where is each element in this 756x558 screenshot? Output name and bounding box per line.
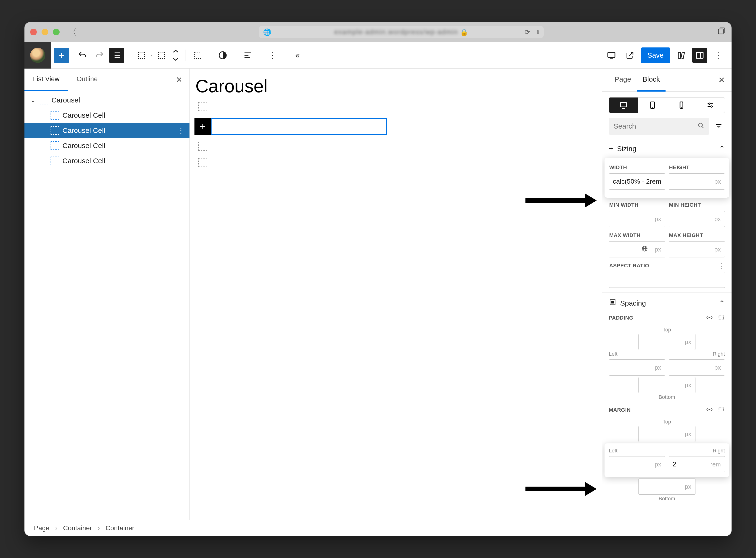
collapse-toolbar-button[interactable]: «	[290, 48, 305, 63]
padding-right-input[interactable]: px	[668, 359, 725, 376]
more-menu-button[interactable]: ⋮	[711, 48, 726, 63]
tabs-overview-button[interactable]	[717, 27, 726, 37]
height-input[interactable]: px	[668, 173, 725, 189]
block-icon[interactable]	[154, 48, 169, 63]
breadcrumb-item[interactable]: Page	[34, 524, 49, 532]
margin-label: Margin	[609, 407, 631, 413]
aspect-ratio-input[interactable]	[609, 272, 725, 288]
top-label: Top	[663, 418, 671, 426]
tab-page[interactable]: Page	[609, 69, 637, 91]
search-placeholder: Search	[613, 122, 636, 130]
breadcrumb-item[interactable]: Container	[63, 524, 92, 532]
insert-block-button[interactable]: +	[194, 118, 211, 135]
contrast-icon[interactable]	[215, 48, 230, 63]
save-button[interactable]: Save	[641, 47, 670, 63]
filter-button[interactable]	[712, 120, 725, 132]
close-inspector-button[interactable]: ✕	[718, 69, 725, 91]
section-sizing-header[interactable]: + Sizing ⌃	[609, 141, 725, 157]
margin-right-input[interactable]: 2 rem	[668, 456, 725, 472]
min-width-input[interactable]: px	[609, 211, 665, 227]
chevron-down-icon[interactable]: ⌄	[31, 97, 36, 104]
tree-item-cell[interactable]: Carousel Cell	[24, 108, 190, 123]
padding-left-input[interactable]: px	[609, 359, 665, 376]
max-height-input[interactable]: px	[668, 241, 725, 257]
seg-settings[interactable]	[696, 98, 725, 113]
close-list-view-button[interactable]: ✕	[169, 69, 190, 91]
margin-top-input[interactable]: px	[638, 426, 696, 442]
min-height-input[interactable]: px	[668, 211, 725, 227]
browser-back-button[interactable]: 〈	[68, 26, 77, 38]
unit: px	[714, 246, 721, 253]
padding-bottom-input[interactable]: px	[638, 377, 696, 393]
svg-rect-9	[194, 52, 201, 58]
inspector-panel: Page Block ✕	[602, 69, 732, 520]
share-icon[interactable]: ⇧	[536, 29, 540, 35]
device-desktop-icon[interactable]	[604, 48, 619, 63]
svg-rect-8	[158, 52, 165, 58]
size-icon[interactable]	[190, 48, 205, 63]
tree-item-cell[interactable]: Carousel Cell	[24, 138, 190, 153]
seg-mobile[interactable]	[667, 98, 696, 113]
undo-button[interactable]	[75, 48, 90, 63]
external-link-icon[interactable]	[622, 48, 637, 63]
tree-item-cell-selected[interactable]: Carousel Cell ⋮	[24, 123, 190, 138]
block-icon	[40, 96, 48, 104]
svg-rect-7	[139, 52, 145, 58]
wp-dashboard-link[interactable]	[24, 42, 51, 69]
margin-left-input[interactable]: px	[609, 456, 665, 472]
section-spacing-header[interactable]: Spacing ⌃	[609, 293, 725, 311]
address-bar[interactable]: 🌐 example-admin.wordpress/wp-admin 🔒 ⟳ ⇧	[259, 26, 544, 38]
margin-right-unit: rem	[710, 461, 721, 468]
select-parent-icon[interactable]	[134, 48, 149, 63]
individual-sides-icon[interactable]	[718, 406, 725, 414]
window-close-button[interactable]	[30, 29, 37, 35]
block-tree: ⌄ Carousel Carousel Cell Carousel Cell ⋮	[24, 91, 190, 170]
seg-desktop[interactable]	[609, 98, 638, 113]
svg-point-27	[708, 103, 710, 104]
more-options-button[interactable]: ⋮	[265, 48, 280, 63]
editor-canvas[interactable]: Carousel +	[190, 69, 602, 520]
canvas-heading[interactable]: Carousel	[195, 76, 597, 96]
tree-item-more-button[interactable]: ⋮	[177, 126, 185, 135]
tree-item-carousel[interactable]: ⌄ Carousel	[24, 93, 190, 108]
carousel-cell-placeholder[interactable]	[198, 158, 207, 167]
svg-point-30	[699, 123, 702, 127]
listview-toggle-button[interactable]	[109, 48, 124, 63]
tree-item-cell[interactable]: Carousel Cell	[24, 153, 190, 169]
reload-icon[interactable]: ⟳	[525, 28, 530, 36]
margin-bottom-input[interactable]: px	[638, 479, 696, 494]
carousel-cell-placeholder[interactable]	[198, 102, 207, 111]
aspect-ratio-more-button[interactable]: ⋮	[717, 261, 725, 271]
link-sides-icon[interactable]	[706, 314, 713, 322]
align-icon[interactable]	[240, 48, 255, 63]
tab-block[interactable]: Block	[637, 69, 665, 91]
seg-tablet[interactable]	[638, 98, 667, 113]
search-input[interactable]: Search	[609, 118, 709, 135]
breadcrumb-item[interactable]: Container	[105, 524, 134, 532]
max-width-input[interactable]: px	[609, 241, 665, 257]
bottom-label: Bottom	[659, 393, 675, 401]
settings-panel-toggle[interactable]	[692, 48, 707, 63]
svg-rect-40	[719, 315, 724, 320]
padding-control: Top px Left Right px px px Bottom	[609, 326, 725, 401]
window-maximize-button[interactable]	[53, 29, 59, 35]
svg-point-29	[711, 106, 712, 107]
lock-icon: 🔒	[460, 28, 468, 36]
tab-list-view[interactable]: List View	[24, 69, 68, 91]
carousel-cell-placeholder[interactable]	[198, 142, 207, 151]
padding-top-input[interactable]: px	[638, 334, 696, 350]
move-up-down-button[interactable]	[171, 48, 180, 63]
separator-dot: ·	[150, 51, 152, 59]
window-minimize-button[interactable]	[42, 29, 48, 35]
individual-sides-icon[interactable]	[718, 314, 725, 322]
styles-panel-icon[interactable]	[674, 48, 689, 63]
selected-cell-outline[interactable]	[211, 118, 387, 135]
spacing-icon	[609, 299, 616, 308]
width-input[interactable]: calc(50% - 2rem	[609, 173, 665, 189]
redo-button[interactable]	[92, 48, 107, 63]
add-block-button[interactable]: +	[54, 48, 69, 63]
chevron-right-icon: ›	[98, 524, 100, 532]
width-value: calc(50% - 2rem	[613, 178, 661, 185]
link-sides-icon[interactable]	[706, 406, 713, 414]
tab-outline[interactable]: Outline	[68, 69, 106, 91]
